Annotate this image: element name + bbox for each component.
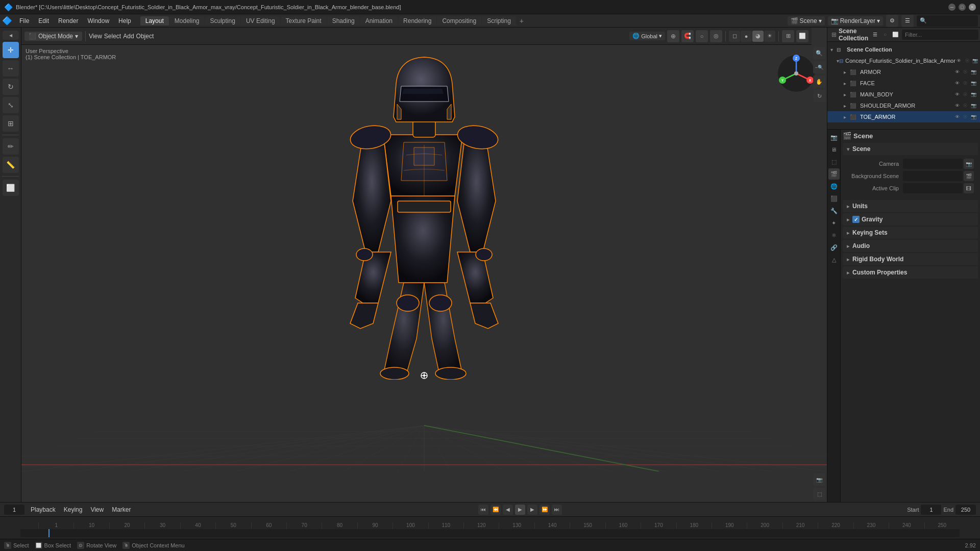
- snap-btn[interactable]: 🧲: [681, 30, 694, 42]
- tool-measure[interactable]: 📏: [3, 157, 19, 173]
- view-menu-btn[interactable]: View: [89, 33, 102, 40]
- outliner-search-input[interactable]: [902, 30, 978, 40]
- menu-window[interactable]: Window: [83, 16, 113, 26]
- menu-render[interactable]: Render: [54, 16, 82, 26]
- gravity-checkbox[interactable]: ✓: [852, 216, 860, 223]
- tool-move[interactable]: ↔: [3, 60, 19, 77]
- toe-armor-sel-btn[interactable]: ☉: [962, 113, 969, 120]
- main-body-sel-btn[interactable]: ☉: [962, 91, 969, 98]
- camera-view-btn[interactable]: 📷: [813, 473, 825, 486]
- toe-armor-render-btn[interactable]: 📷: [970, 113, 977, 120]
- filter-collections[interactable]: ⬜: [891, 30, 900, 39]
- toolbar-expand[interactable]: ◀: [3, 31, 19, 40]
- props-output-icon[interactable]: 🖥: [828, 144, 840, 155]
- close-button[interactable]: ✕: [969, 4, 976, 11]
- end-frame-field[interactable]: 250: [955, 505, 976, 515]
- props-modifier-icon[interactable]: 🔧: [828, 205, 840, 216]
- scene-section-header[interactable]: ▾ Scene: [843, 143, 978, 155]
- pivot-btn[interactable]: ⊕: [667, 30, 679, 42]
- gravity-section-header[interactable]: ▸ ✓ Gravity: [843, 213, 978, 226]
- armor-sel-btn[interactable]: ☉: [962, 68, 969, 76]
- menu-edit[interactable]: Edit: [34, 16, 53, 26]
- tab-scripting[interactable]: Scripting: [482, 16, 516, 26]
- prop-bg-value[interactable]: [903, 171, 963, 181]
- tool-cursor[interactable]: ✛: [3, 42, 19, 58]
- timeline-view-menu[interactable]: View: [88, 505, 106, 514]
- filter-objects[interactable]: ○: [880, 30, 890, 39]
- orbit-btn[interactable]: ↻: [813, 90, 825, 102]
- jump-prev-key-btn[interactable]: ⏪: [491, 505, 501, 515]
- select-menu-btn[interactable]: Select: [104, 33, 121, 40]
- prop-camera-icon[interactable]: 📷: [964, 159, 974, 169]
- xray-btn[interactable]: ⬜: [796, 30, 808, 42]
- tool-add-cube[interactable]: ⬜: [3, 180, 19, 196]
- zoom-out-btn[interactable]: −🔍: [813, 61, 825, 73]
- prop-camera-value[interactable]: [903, 159, 963, 169]
- props-physics-icon[interactable]: ⚛: [828, 230, 840, 241]
- shading-solid[interactable]: ●: [741, 31, 752, 42]
- tab-modeling[interactable]: Modeling: [169, 16, 205, 26]
- add-workspace-button[interactable]: +: [517, 16, 527, 26]
- shoulder-vis-btn[interactable]: 👁: [953, 102, 961, 109]
- filter-all[interactable]: ☰: [870, 30, 879, 39]
- render-layer-selector[interactable]: 📷 RenderLayer ▾: [828, 16, 883, 26]
- prop-bg-icon[interactable]: 🎬: [964, 171, 974, 181]
- units-section-header[interactable]: ▸ Units: [843, 200, 978, 212]
- tab-layout[interactable]: Layout: [140, 16, 169, 26]
- toe-armor-vis-btn[interactable]: 👁: [953, 113, 961, 120]
- shoulder-render-btn[interactable]: 📷: [970, 102, 977, 109]
- play-pause-btn[interactable]: ▶: [515, 505, 525, 515]
- timeline-keying-menu[interactable]: Keying: [62, 505, 85, 514]
- custom-props-header[interactable]: ▸ Custom Properties: [843, 266, 978, 279]
- face-render-btn[interactable]: 📷: [970, 80, 977, 87]
- zoom-in-btn[interactable]: 🔍: [813, 47, 825, 59]
- props-scene-icon[interactable]: 🎬: [828, 168, 840, 180]
- tab-uv-editing[interactable]: UV Editing: [241, 16, 280, 26]
- object-menu-btn[interactable]: Object: [136, 33, 154, 40]
- face-vis-btn[interactable]: 👁: [953, 80, 961, 87]
- shading-material[interactable]: ◕: [752, 31, 764, 42]
- outliner-shoulder[interactable]: ▸ ⬛ SHOULDER_ARMOR 👁 ☉ 📷: [827, 100, 980, 111]
- props-world-icon[interactable]: 🌐: [828, 181, 840, 192]
- tab-sculpting[interactable]: Sculpting: [205, 16, 240, 26]
- overlay-btn[interactable]: ⊞: [782, 30, 794, 42]
- navigation-gizmo[interactable]: Z X Y: [776, 53, 817, 94]
- props-constraints-icon[interactable]: 🔗: [828, 242, 840, 253]
- outliner-concept-collection[interactable]: ▾ ⊟ Concept_Futuristic_Soldier_in_Black_…: [827, 55, 980, 66]
- outliner-face[interactable]: ▸ ⬛ FACE 👁 ☉ 📷: [827, 78, 980, 89]
- proportional-icon[interactable]: ◎: [710, 30, 722, 42]
- tool-annotate[interactable]: ✏: [3, 138, 19, 155]
- prop-clip-icon[interactable]: 🎞: [964, 183, 974, 193]
- timeline-marker-menu[interactable]: Marker: [110, 505, 133, 514]
- rigid-body-header[interactable]: ▸ Rigid Body World: [843, 253, 978, 265]
- global-coord-btn[interactable]: 🌐 Global ▾: [629, 32, 665, 40]
- tool-rotate[interactable]: ↻: [3, 79, 19, 95]
- tab-animation[interactable]: Animation: [360, 16, 398, 26]
- menu-help[interactable]: Help: [114, 16, 135, 26]
- step-fwd-btn[interactable]: ▶: [527, 505, 537, 515]
- outliner-toe-armor[interactable]: ▸ ⬛ TOE_ARMOR 👁 ☉ 📷: [827, 111, 980, 122]
- props-render-icon[interactable]: 📷: [828, 132, 840, 143]
- concept-render-btn[interactable]: 📷: [972, 57, 979, 64]
- minimize-button[interactable]: ─: [948, 4, 955, 11]
- concept-select-btn[interactable]: ☉: [964, 57, 971, 64]
- search-box[interactable]: 🔍: [917, 15, 978, 27]
- tab-compositing[interactable]: Compositing: [437, 16, 481, 26]
- tool-transform[interactable]: ⊞: [3, 115, 19, 132]
- timeline-bar[interactable]: [20, 529, 960, 537]
- pan-btn[interactable]: ✋: [813, 76, 825, 88]
- viewport[interactable]: ⬛ Object Mode ▾ View Select Add Object 🌐: [21, 28, 827, 502]
- window-controls[interactable]: ─ □ ✕: [948, 4, 976, 11]
- filter-button[interactable]: ☰: [901, 15, 914, 27]
- step-back-btn[interactable]: ◀: [503, 505, 513, 515]
- shoulder-sel-btn[interactable]: ☉: [962, 102, 969, 109]
- render-regions-btn[interactable]: ⬚: [813, 488, 825, 500]
- tab-texture-paint[interactable]: Texture Paint: [281, 16, 327, 26]
- tab-rendering[interactable]: Rendering: [398, 16, 436, 26]
- keying-sets-header[interactable]: ▸ Keying Sets: [843, 227, 978, 239]
- timeline-track[interactable]: 1 10 20 30 40 50 60 70 80 90 100 110 120…: [0, 517, 980, 539]
- current-frame-display[interactable]: 1: [4, 505, 24, 515]
- playhead[interactable]: [48, 529, 50, 537]
- outliner-scene-collection[interactable]: ▾ ⊟ Scene Collection: [827, 44, 980, 55]
- shading-wire[interactable]: ◻: [729, 31, 740, 42]
